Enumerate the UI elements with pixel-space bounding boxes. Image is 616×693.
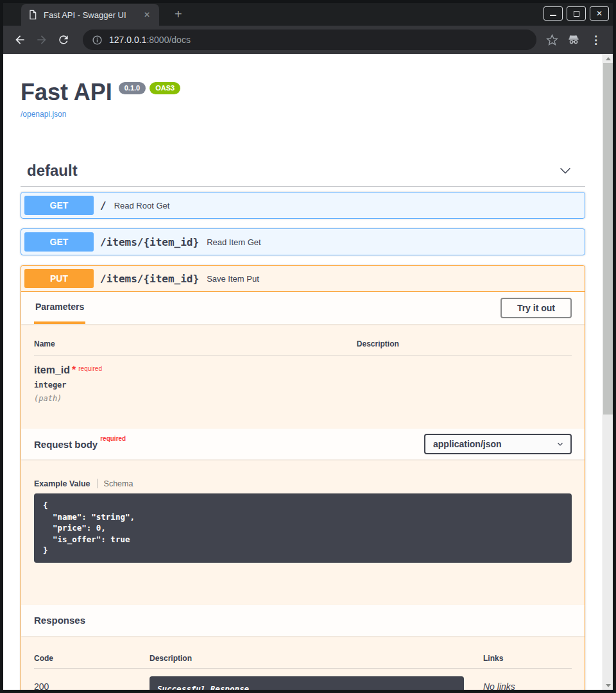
scroll-up-arrow[interactable]: [603, 54, 613, 63]
version-badge: 0.1.0: [119, 82, 146, 94]
site-info-icon[interactable]: [92, 35, 103, 46]
bookmark-star-icon[interactable]: [543, 31, 561, 49]
scroll-down-arrow[interactable]: [603, 681, 613, 690]
incognito-icon: [565, 31, 583, 49]
tab-divider: [97, 479, 98, 488]
op-path: /: [100, 200, 107, 212]
api-info: Fast API 0.1.0 OAS3 /openapi.json: [21, 54, 585, 119]
op-summary: Read Root Get: [114, 201, 170, 210]
response-description: Successful Response: [150, 676, 464, 690]
swagger-page: Fast API 0.1.0 OAS3 /openapi.json defaul…: [3, 54, 603, 690]
required-label: required: [78, 365, 102, 372]
chevron-down-icon[interactable]: [558, 164, 572, 178]
column-header-description: Description: [357, 339, 572, 348]
window-controls: ✕: [543, 6, 609, 21]
url-host: 127.0.0.1: [109, 35, 146, 45]
parameters-header: Parameters Try it out: [21, 292, 585, 324]
close-button[interactable]: ✕: [590, 6, 609, 21]
response-description-text: Successful Response: [157, 684, 249, 690]
response-links: No links: [483, 676, 572, 690]
method-badge: GET: [24, 232, 94, 252]
required-star: *: [72, 364, 76, 375]
media-type-select[interactable]: application/json: [424, 434, 572, 454]
address-bar[interactable]: 127.0.0.1:8000/docs: [83, 30, 536, 50]
select-chevron-icon: [556, 440, 564, 448]
minimize-button[interactable]: [543, 6, 563, 21]
browser-menu-button[interactable]: ⋮: [586, 33, 605, 47]
column-header-code: Code: [34, 654, 150, 663]
forward-button[interactable]: [33, 31, 51, 49]
responses-header: Responses: [21, 605, 585, 636]
opblock-summary[interactable]: GET /items/{item_id} Read Item Get: [21, 229, 585, 255]
tab-title: Fast API - Swagger UI: [44, 10, 135, 20]
parameter-row: item_id*required integer (path): [34, 355, 572, 418]
column-header-links: Links: [483, 654, 572, 663]
method-badge: PUT: [24, 269, 94, 288]
tab-close-icon[interactable]: ✕: [141, 9, 153, 21]
column-header-name: Name: [34, 339, 357, 348]
oas3-badge: OAS3: [150, 82, 180, 94]
openapi-spec-link[interactable]: /openapi.json: [21, 110, 66, 119]
op-summary: Read Item Get: [207, 237, 261, 247]
url-path: :8000/docs: [146, 35, 191, 45]
request-body-text: Request body: [34, 439, 98, 450]
request-body-label: Request bodyrequired: [34, 438, 126, 450]
minimize-icon: [550, 15, 556, 16]
api-title: Fast API: [21, 78, 112, 106]
opblock-summary[interactable]: PUT /items/{item_id} Save Item Put: [21, 266, 585, 292]
maximize-button[interactable]: [567, 6, 586, 21]
op-summary: Save Item Put: [207, 274, 259, 284]
request-body-example: Example Value Schema { "name": "string",…: [21, 459, 585, 563]
request-body-required: required: [100, 435, 126, 442]
param-location: (path): [34, 394, 357, 403]
url-text: 127.0.0.1:8000/docs: [109, 35, 191, 45]
toolbar-right: ⋮: [543, 31, 605, 49]
scrollbar-thumb[interactable]: [603, 63, 613, 415]
opblock-get-item: GET /items/{item_id} Read Item Get: [21, 228, 585, 255]
browser-tab[interactable]: Fast API - Swagger UI ✕: [21, 4, 159, 26]
op-path: /items/{item_id}: [100, 236, 199, 248]
column-header-response-description: Description: [150, 654, 483, 663]
browser-toolbar: 127.0.0.1:8000/docs ⋮: [3, 26, 613, 54]
scrollbar[interactable]: [603, 54, 613, 690]
back-button[interactable]: [11, 31, 29, 49]
maximize-icon: [574, 11, 579, 17]
titlebar: Fast API - Swagger UI ✕ + ✕: [3, 3, 613, 26]
new-tab-button[interactable]: +: [169, 7, 187, 22]
document-icon: [28, 10, 38, 20]
page-viewport: Fast API 0.1.0 OAS3 /openapi.json defaul…: [3, 54, 613, 690]
reload-button[interactable]: [55, 31, 73, 49]
parameters-table: Name Description item_id*required intege…: [21, 324, 585, 429]
tab-schema[interactable]: Schema: [104, 479, 133, 488]
response-code: 200: [34, 676, 150, 690]
opblock-summary[interactable]: GET / Read Root Get: [21, 193, 585, 218]
method-badge: GET: [24, 196, 94, 215]
param-name: item_id: [34, 364, 70, 375]
opblock-put-item: PUT /items/{item_id} Save Item Put Param…: [21, 265, 585, 690]
tab-parameters[interactable]: Parameters: [34, 292, 85, 324]
media-type-value: application/json: [433, 439, 502, 449]
op-path: /items/{item_id}: [100, 273, 199, 285]
opblock-get-root: GET / Read Root Get: [21, 192, 585, 219]
response-row-200: 200 Successful Response No links: [34, 669, 572, 690]
responses-table: Code Description Links 200 Successful Re…: [21, 636, 585, 690]
opblock-body: Parameters Try it out Name Description: [21, 292, 585, 690]
try-it-out-button[interactable]: Try it out: [501, 298, 572, 318]
example-json-code: { "name": "string", "price": 0, "is_offe…: [34, 493, 572, 563]
tag-section-default[interactable]: default: [21, 155, 585, 187]
param-type: integer: [34, 381, 357, 389]
request-body-header: Request bodyrequired application/json: [21, 429, 585, 459]
responses-title: Responses: [34, 615, 85, 626]
browser-window: Fast API - Swagger UI ✕ + ✕ 127.0.0.1:80…: [0, 0, 616, 693]
tag-name: default: [27, 162, 78, 180]
tab-example-value[interactable]: Example Value: [34, 479, 90, 488]
